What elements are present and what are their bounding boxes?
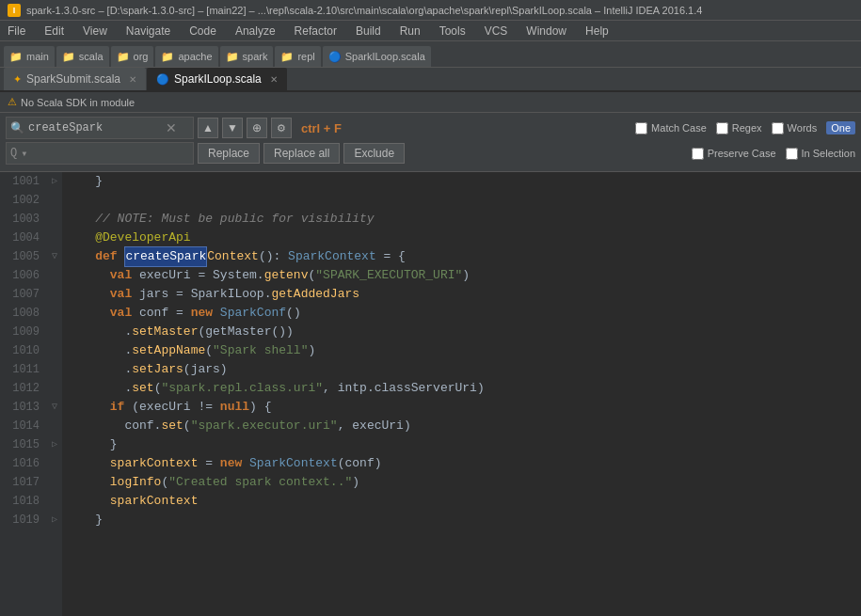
line-num-1005: 1005 [8, 247, 40, 266]
plain-token: . [66, 341, 132, 360]
line-num-1012: 1012 [8, 379, 40, 398]
plain-token [66, 285, 110, 304]
find-all-button[interactable]: ⊕ [247, 118, 267, 138]
string-token: "SPARK_EXECUTOR_URI" [315, 266, 462, 285]
exclude-button[interactable]: Exclude [343, 143, 405, 164]
menu-item-build[interactable]: Build [352, 24, 385, 39]
replace-row: Q ▾ Replace Replace all Exclude Preserve… [6, 142, 855, 165]
breadcrumb-apache[interactable]: 📁 apache [155, 46, 217, 67]
line-num-1003: 1003 [8, 210, 40, 229]
menu-item-vcs[interactable]: VCS [481, 24, 512, 39]
replace-input[interactable] [31, 147, 163, 160]
code-line-1010: .setAppName("Spark shell") [66, 341, 857, 360]
close-tab-sparksubmit[interactable]: ✕ [129, 74, 136, 85]
keyword-token: val [110, 266, 132, 285]
words-checkbox[interactable] [772, 122, 784, 134]
fold-arrow-1001[interactable]: ▷ [47, 172, 62, 191]
tab-sparksubmit[interactable]: ✦ SparkSubmit.scala ✕ [4, 68, 146, 90]
search-down-button[interactable]: ▼ [222, 118, 243, 138]
regex-checkbox[interactable] [716, 122, 728, 134]
match-case-label[interactable]: Match Case [635, 122, 707, 134]
keyword-token: null [220, 398, 249, 417]
menu-item-run[interactable]: Run [396, 24, 424, 39]
plain-token: . [66, 360, 132, 379]
plain-token: conf. [66, 417, 161, 435]
string-token: "Spark shell" [213, 341, 308, 360]
menu-item-navigate[interactable]: Navigate [122, 24, 174, 39]
in-selection-label[interactable]: In Selection [786, 148, 855, 160]
preserve-case-checkbox[interactable] [692, 148, 704, 160]
fold-arrow-1005[interactable]: ▽ [47, 247, 62, 266]
function-token: sparkContext [110, 454, 199, 473]
code-line-1001: } [66, 172, 857, 191]
clear-search-button[interactable]: ✕ [164, 121, 179, 134]
fold-arrow-1019[interactable]: ▷ [47, 511, 62, 529]
menu-bar: FileEditViewNavigateCodeAnalyzeRefactorB… [0, 21, 861, 41]
sdk-warning-text: No Scala SDK in module [21, 97, 135, 108]
fold-arrow-1013[interactable]: ▽ [47, 398, 62, 417]
menu-item-refactor[interactable]: Refactor [291, 24, 341, 39]
search-settings-button[interactable]: ⚙ [271, 118, 292, 138]
function-token: set [161, 417, 183, 435]
menu-item-edit[interactable]: Edit [40, 24, 68, 39]
code-content[interactable]: } // NOTE: Must be public for visibility… [62, 172, 861, 616]
replace-icon: Q [10, 147, 17, 160]
search-input[interactable] [28, 121, 160, 134]
replace-button[interactable]: Replace [198, 143, 260, 164]
search-input-wrapper: 🔍 ✕ [6, 117, 194, 139]
line-num-1013: 1013 [8, 398, 40, 417]
search-icon: 🔍 [10, 121, 24, 135]
title-bar: I spark-1.3.0-src – [D:\spark-1.3.0-src]… [0, 0, 861, 21]
code-line-1008: val conf = new SparkConf() [66, 304, 857, 323]
menu-item-file[interactable]: File [4, 24, 29, 39]
type-token: SparkContext [249, 454, 338, 473]
string-token: "spark.executor.uri" [191, 417, 338, 435]
code-gutter: ▷▽▽▷▷ [47, 172, 62, 616]
plain-token: . [66, 379, 132, 398]
fold-arrow-1015[interactable]: ▷ [47, 435, 62, 454]
in-selection-checkbox[interactable] [786, 148, 798, 160]
sdk-warning-bar: ⚠ No Scala SDK in module [0, 92, 861, 113]
menu-item-code[interactable]: Code [185, 24, 220, 39]
gutter-1005[interactable]: ▽ [47, 247, 62, 266]
search-up-button[interactable]: ▲ [198, 118, 218, 138]
breadcrumb-scala[interactable]: 📁 scala [56, 46, 109, 67]
line-num-1009: 1009 [8, 323, 40, 341]
breadcrumb-sparkiloop[interactable]: 🔵 SparkILoop.scala [323, 46, 431, 67]
plain-token: (execUri != [124, 398, 219, 417]
function-token: Context [207, 247, 259, 266]
plain-token [66, 247, 95, 266]
close-tab-sparkiloop[interactable]: ✕ [270, 74, 278, 85]
breadcrumb-repl[interactable]: 📁 repl [275, 46, 320, 67]
menu-item-help[interactable]: Help [582, 24, 613, 39]
plain-token [118, 247, 125, 266]
menu-item-window[interactable]: Window [522, 24, 570, 39]
menu-item-analyze[interactable]: Analyze [231, 24, 279, 39]
menu-item-tools[interactable]: Tools [436, 24, 470, 39]
plain-token: ) [308, 341, 315, 360]
plain-token [66, 304, 110, 323]
plain-token: jars = SparkILoop. [132, 285, 271, 304]
one-badge: One [826, 121, 855, 134]
tab-sparkiloop[interactable]: 🔵 SparkILoop.scala ✕ [147, 68, 287, 90]
function-token: getAddedJars [271, 285, 359, 304]
preserve-case-label[interactable]: Preserve Case [692, 148, 776, 160]
menu-item-view[interactable]: View [79, 24, 111, 39]
plain-token: ( [308, 266, 315, 285]
gutter-1015[interactable]: ▷ [47, 435, 62, 454]
function-token: set [132, 379, 153, 398]
editor-tabs: ✦ SparkSubmit.scala ✕ 🔵 SparkILoop.scala… [0, 68, 861, 92]
words-label[interactable]: Words [772, 122, 818, 134]
replace-all-button[interactable]: Replace all [263, 143, 340, 164]
breadcrumb-spark[interactable]: 📁 spark [220, 46, 274, 67]
gutter-1013[interactable]: ▽ [47, 398, 62, 417]
line-num-1007: 1007 [8, 285, 40, 304]
line-num-1017: 1017 [8, 473, 40, 492]
gutter-1019[interactable]: ▷ [47, 511, 62, 529]
breadcrumb-org[interactable]: 📁 org [111, 46, 154, 67]
line-num-1004: 1004 [8, 229, 40, 247]
regex-label[interactable]: Regex [716, 122, 762, 134]
breadcrumb-main[interactable]: 📁 main [4, 46, 55, 67]
gutter-1001[interactable]: ▷ [47, 172, 62, 191]
match-case-checkbox[interactable] [635, 122, 647, 134]
